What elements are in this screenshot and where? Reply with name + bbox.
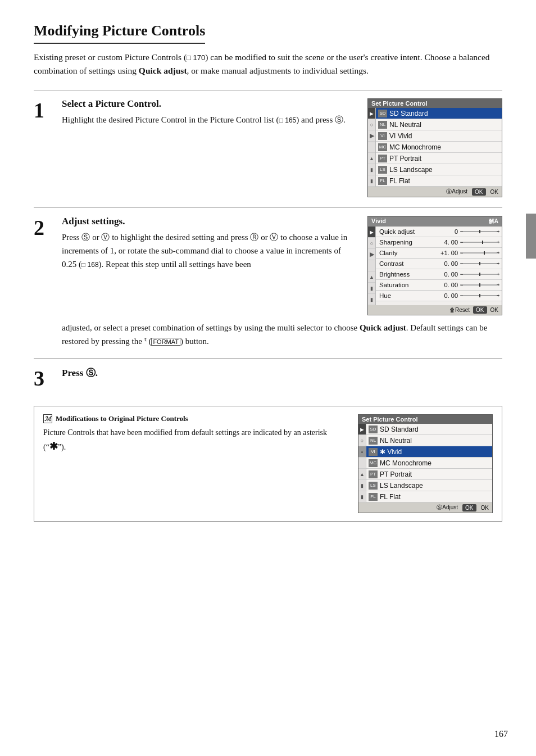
step1-content: Select a Picture Control. Highlight the … <box>62 98 356 126</box>
screen2-title-left: Vivid <box>371 218 386 225</box>
s2nav-3 <box>368 260 375 271</box>
s2marker-3 <box>479 262 480 265</box>
s3nav-2: • <box>358 446 366 458</box>
step3-heading: Press Ⓢ. <box>62 366 502 379</box>
screen1-items: SD SD Standard NL NL Neutral VI VI Vivid… <box>376 108 502 187</box>
s2bar-3: − + <box>460 261 499 266</box>
nav-cell-2: ○ <box>368 119 375 130</box>
screen1-row-5: LS LS Landscape <box>376 164 502 175</box>
screen2-row-2: Clarity +1. 00 − + <box>376 248 502 259</box>
screen1-icon-1: NL <box>378 121 387 129</box>
screen1-title: Set Picture Control <box>368 99 502 108</box>
screen2-items: Quick adjust 0 − + Sharpening 4. 00 <box>376 227 502 305</box>
s3nav-4: ▲ <box>358 469 366 480</box>
screen1-row-1: NL NL Neutral <box>376 119 502 130</box>
screen3-left-nav: ► ○ • ▲ ▮ ▮ <box>358 424 366 503</box>
screen2-row-3: Contrast 0. 00 − + <box>376 259 502 269</box>
s2bar-2: − + <box>460 250 499 256</box>
nav-cell-5: ▲ <box>368 153 375 164</box>
s2bar-4: − + <box>460 271 499 277</box>
note-title-text: Modifications to Original Picture Contro… <box>56 414 188 423</box>
screen3-row-3: MC MC Monochrome <box>366 458 492 469</box>
screen1-row-6: FL FL Flat <box>376 175 502 187</box>
s2minus-0: − <box>460 229 463 234</box>
note-body: Picture Controls that have been modified… <box>43 427 347 455</box>
s2minus-4: − <box>460 271 463 277</box>
step2-body: Press Ⓢ or Ⓥ to highlight the desired se… <box>62 230 356 271</box>
screen3-title: Set Picture Control <box>358 415 492 424</box>
screen3-icon-0: SD <box>369 425 378 433</box>
screen2-row-6: Hue 0. 00 − + <box>376 291 502 301</box>
screen3-icon-2: VI <box>369 448 378 456</box>
s2bar-0: − + <box>460 229 499 234</box>
screen3-label-1: NL Neutral <box>380 437 412 445</box>
intro-paragraph: Existing preset or custom Picture Contro… <box>34 51 502 78</box>
step3-row: 3 Press Ⓢ. <box>34 366 502 389</box>
screen3-row-6: FL FL Flat <box>366 491 492 503</box>
screen2-row-5: Saturation 0. 00 − + <box>376 280 502 291</box>
note-box: ℳ Modifications to Original Picture Cont… <box>34 406 502 522</box>
intro-text3: , or make manual adjustments to individu… <box>187 66 369 75</box>
s3nav-5: ▮ <box>358 480 366 491</box>
note-text: ℳ Modifications to Original Picture Cont… <box>43 414 347 455</box>
screen3-icon-6: FL <box>369 493 378 501</box>
s2val-1: 4. 00 <box>440 239 458 246</box>
s2label-5: Saturation <box>379 282 438 288</box>
screen3-rows-container: ► ○ • ▲ ▮ ▮ SD SD Standard NL NL Neutral… <box>358 424 492 503</box>
s2val-0: 0 <box>440 228 458 235</box>
step2-section: 2 Adjust settings. Press Ⓢ or Ⓥ to highl… <box>34 207 502 348</box>
screen3-mockup: Set Picture Control ► ○ • ▲ ▮ ▮ SD SD St… <box>358 414 493 513</box>
s2plus-3: + <box>497 261 499 266</box>
step3-section: 3 Press Ⓢ. <box>34 358 502 389</box>
screen3-row-4: PT PT Portrait <box>366 469 492 480</box>
screen3-ok2: OK <box>481 505 489 511</box>
s2marker-2 <box>484 251 485 255</box>
s3nav-0: ► <box>358 424 366 435</box>
s2bar-1: − + <box>460 239 499 245</box>
s2label-1: Sharpening <box>379 239 438 246</box>
s2marker-0 <box>479 230 480 233</box>
step2-row: 2 Adjust settings. Press Ⓢ or Ⓥ to highl… <box>34 216 502 315</box>
screen2-row-4: Brightness 0. 00 − + <box>376 269 502 280</box>
s2marker-1 <box>482 241 483 244</box>
s2marker-4 <box>479 273 480 276</box>
nav-cell-4 <box>368 142 375 153</box>
screen2-ok2: OK <box>490 307 498 313</box>
screen1-label-2: VI Vivid <box>389 132 412 140</box>
page-number: 167 <box>494 729 508 739</box>
screen3-row-1: NL NL Neutral <box>366 435 492 446</box>
screen3-items: SD SD Standard NL NL Neutral VI ✱ Vivid … <box>366 424 492 503</box>
s2track-2 <box>460 252 499 253</box>
screen1-footer-right: OK <box>472 188 485 196</box>
s2label-4: Brightness <box>379 271 438 278</box>
screen3-icon-4: PT <box>369 470 378 478</box>
screen3-row-5: LS LS Landscape <box>366 480 492 491</box>
screen3-ok1: OK <box>462 504 476 511</box>
step1-section: 1 Select a Picture Control. Highlight th… <box>34 90 502 197</box>
s2val-3: 0. 00 <box>440 260 458 267</box>
screen3-footer: ⓈAdjust OKOK <box>358 503 492 513</box>
s2nav-0: ► <box>368 227 375 238</box>
screen1-mockup: Set Picture Control ► ○ ▶ ▲ ▮ ▮ SD SD St… <box>367 98 502 197</box>
s2nav-1: ○ <box>368 238 375 249</box>
step2-extra: adjusted, or select a preset combination… <box>62 321 502 348</box>
intro-text1: Existing preset or custom Picture Contro… <box>34 52 187 62</box>
screen3-label-3: MC Monochrome <box>380 459 431 467</box>
screen2-row-1: Sharpening 4. 00 − + <box>376 237 502 248</box>
step1-row: 1 Select a Picture Control. Highlight th… <box>34 98 502 197</box>
screen2-left-nav: ► ○ ▶ ▲ ▮ ▮ <box>368 227 376 305</box>
s3nav-1: ○ <box>358 435 366 446</box>
step2-heading: Adjust settings. <box>62 216 356 227</box>
step1-number: 1 <box>34 98 51 121</box>
screen3-footer-left: ⓈAdjust <box>437 504 458 511</box>
screen1-icon-3: MC <box>378 143 387 151</box>
screen1-label-5: LS Landscape <box>389 166 433 174</box>
s2val-4: 0. 00 <box>440 271 458 278</box>
step2-bold: Quick adjust <box>360 323 406 332</box>
screen2-footer-left: 🗑Reset <box>449 307 470 313</box>
screen2-rows-container: ► ○ ▶ ▲ ▮ ▮ Quick adjust 0 <box>368 227 502 305</box>
s2nav-5: ▮ <box>368 283 375 294</box>
screen1-label-3: MC Monochrome <box>389 143 441 151</box>
step2-content: Adjust settings. Press Ⓢ or Ⓥ to highlig… <box>62 216 356 271</box>
s2val-2: +1. 00 <box>440 250 458 256</box>
